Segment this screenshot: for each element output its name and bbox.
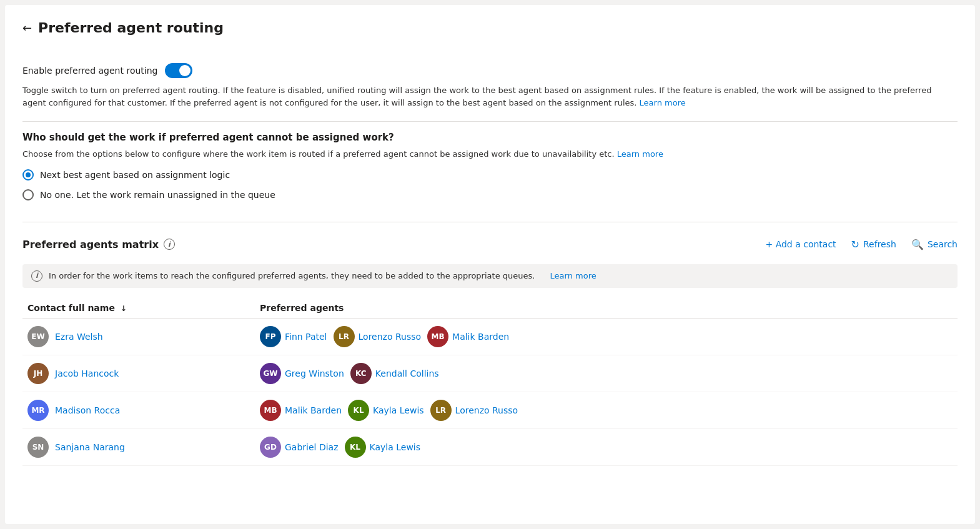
- add-contact-label: + Add a contact: [765, 239, 836, 249]
- refresh-button[interactable]: ↻ Refresh: [851, 235, 896, 254]
- avatar: MR: [27, 400, 49, 421]
- enable-description: Toggle switch to turn on preferred agent…: [22, 84, 947, 109]
- column-contact-header: Contact full name ↓: [22, 303, 260, 313]
- page-container: ← Preferred agent routing Enable preferr…: [5, 5, 975, 524]
- fallback-section: Who should get the work if preferred age…: [22, 122, 958, 222]
- agent-avatar: GW: [260, 363, 281, 384]
- agent-name[interactable]: Lorenzo Russo: [455, 405, 518, 415]
- agent-avatar: MB: [427, 326, 448, 347]
- info-bar: i In order for the work items to reach t…: [22, 264, 958, 288]
- contact-cell: MRMadison Rocca: [22, 400, 260, 421]
- contact-cell: JHJacob Hancock: [22, 363, 260, 384]
- agent-chip: KCKendall Collins: [350, 363, 439, 384]
- matrix-header: Preferred agents matrix i + Add a contac…: [22, 235, 958, 254]
- agent-chip: GDGabriel Diaz: [260, 437, 339, 458]
- agent-chip: MBMalik Barden: [260, 400, 342, 421]
- contact-cell: SNSanjana Narang: [22, 437, 260, 458]
- contact-name[interactable]: Ezra Welsh: [55, 332, 103, 342]
- enable-toggle[interactable]: [165, 63, 192, 78]
- agent-chip: FPFinn Patel: [260, 326, 327, 347]
- info-bar-icon: i: [31, 270, 42, 282]
- radio-circle-2: [22, 189, 34, 200]
- search-icon: 🔍: [911, 239, 924, 250]
- agent-avatar: MB: [260, 400, 281, 421]
- refresh-label: Refresh: [863, 239, 896, 249]
- agent-chip: LRLorenzo Russo: [334, 326, 422, 347]
- radio-circle-1: [22, 169, 34, 180]
- agent-avatar: KL: [348, 400, 369, 421]
- agent-avatar: KC: [350, 363, 372, 384]
- agent-name[interactable]: Kayla Lewis: [373, 405, 424, 415]
- radio-label-1: Next best agent based on assignment logi…: [40, 170, 230, 180]
- avatar: EW: [27, 326, 49, 347]
- agent-name[interactable]: Lorenzo Russo: [359, 332, 422, 342]
- table-row: MRMadison RoccaMBMalik BardenKLKayla Lew…: [22, 392, 958, 429]
- agent-avatar: FP: [260, 326, 281, 347]
- agent-chip: GWGreg Winston: [260, 363, 344, 384]
- table-row: JHJacob HancockGWGreg WinstonKCKendall C…: [22, 355, 958, 392]
- agent-avatar: GD: [260, 437, 281, 458]
- page-header: ← Preferred agent routing: [22, 20, 958, 36]
- agent-name[interactable]: Malik Barden: [452, 332, 509, 342]
- info-bar-text: In order for the work items to reach the…: [49, 271, 535, 280]
- agent-avatar: LR: [430, 400, 452, 421]
- matrix-section: Preferred agents matrix i + Add a contac…: [22, 222, 958, 466]
- sort-icon: ↓: [121, 304, 127, 313]
- search-label: Search: [928, 239, 958, 249]
- agent-name[interactable]: Finn Patel: [285, 332, 327, 342]
- fallback-title: Who should get the work if preferred age…: [22, 132, 958, 143]
- agent-chip: MBMalik Barden: [427, 326, 509, 347]
- fallback-learn-more-link[interactable]: Learn more: [617, 149, 663, 159]
- enable-section: Enable preferred agent routing Toggle sw…: [22, 53, 958, 122]
- agent-name[interactable]: Kendall Collins: [375, 368, 439, 378]
- agent-chip: LRLorenzo Russo: [430, 400, 518, 421]
- page-title: Preferred agent routing: [38, 20, 224, 36]
- matrix-info-icon[interactable]: i: [164, 239, 175, 250]
- table-row: EWEzra WelshFPFinn PatelLRLorenzo RussoM…: [22, 319, 958, 355]
- matrix-title-row: Preferred agents matrix i: [22, 239, 175, 250]
- agent-chip: KLKayla Lewis: [345, 437, 421, 458]
- column-agents-label: Preferred agents: [260, 303, 344, 313]
- agent-name[interactable]: Malik Barden: [285, 405, 342, 415]
- avatar: SN: [27, 437, 49, 458]
- radio-label-2: No one. Let the work remain unassigned i…: [40, 190, 275, 200]
- agent-avatar: KL: [345, 437, 366, 458]
- agent-name[interactable]: Kayla Lewis: [370, 442, 421, 452]
- agents-cell: GDGabriel DiazKLKayla Lewis: [260, 437, 958, 458]
- contact-name[interactable]: Sanjana Narang: [55, 442, 125, 452]
- agent-avatar: LR: [334, 326, 355, 347]
- agent-chip: KLKayla Lewis: [348, 400, 424, 421]
- radio-option-1[interactable]: Next best agent based on assignment logi…: [22, 169, 958, 180]
- column-contact-label: Contact full name: [27, 303, 115, 313]
- table-header: Contact full name ↓ Preferred agents: [22, 298, 958, 319]
- agents-cell: GWGreg WinstonKCKendall Collins: [260, 363, 958, 384]
- fallback-description: Choose from the options below to configu…: [22, 148, 947, 161]
- refresh-icon: ↻: [851, 239, 859, 250]
- agent-name[interactable]: Greg Winston: [285, 368, 344, 378]
- agents-cell: MBMalik BardenKLKayla LewisLRLorenzo Rus…: [260, 400, 958, 421]
- radio-group: Next best agent based on assignment logi…: [22, 169, 958, 200]
- back-button[interactable]: ←: [22, 21, 32, 34]
- matrix-title: Preferred agents matrix: [22, 239, 159, 250]
- enable-row: Enable preferred agent routing: [22, 63, 958, 78]
- enable-learn-more-link[interactable]: Learn more: [640, 98, 686, 107]
- info-bar-learn-more[interactable]: Learn more: [550, 271, 596, 280]
- table-body: EWEzra WelshFPFinn PatelLRLorenzo RussoM…: [22, 319, 958, 466]
- search-button[interactable]: 🔍 Search: [911, 235, 958, 254]
- toggle-knob: [179, 65, 191, 76]
- enable-label: Enable preferred agent routing: [22, 66, 157, 76]
- agent-name[interactable]: Gabriel Diaz: [285, 442, 339, 452]
- contact-name[interactable]: Jacob Hancock: [55, 368, 119, 378]
- contact-cell: EWEzra Welsh: [22, 326, 260, 347]
- add-contact-button[interactable]: + Add a contact: [765, 235, 836, 253]
- radio-option-2[interactable]: No one. Let the work remain unassigned i…: [22, 189, 958, 200]
- table-row: SNSanjana NarangGDGabriel DiazKLKayla Le…: [22, 429, 958, 466]
- column-agents-header: Preferred agents: [260, 303, 958, 313]
- contact-name[interactable]: Madison Rocca: [55, 405, 120, 415]
- agents-cell: FPFinn PatelLRLorenzo RussoMBMalik Barde…: [260, 326, 958, 347]
- avatar: JH: [27, 363, 49, 384]
- matrix-actions: + Add a contact ↻ Refresh 🔍 Search: [765, 235, 958, 254]
